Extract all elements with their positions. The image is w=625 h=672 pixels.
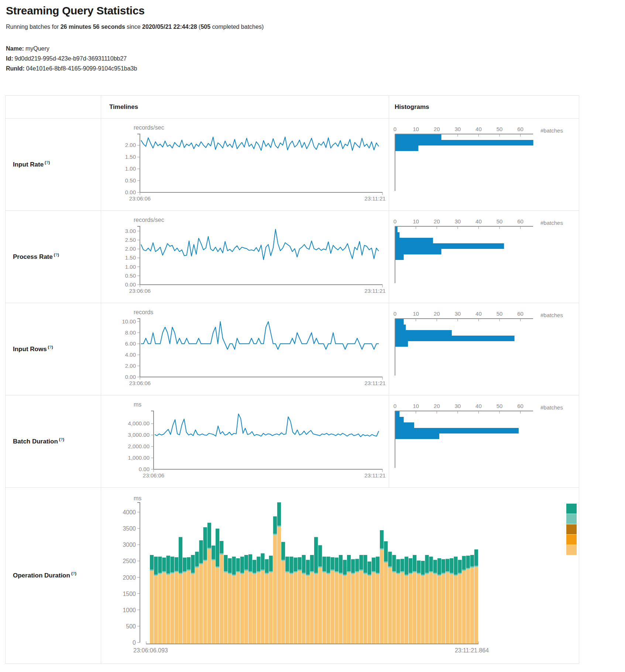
stacked-bar-middle [269, 571, 273, 572]
stacked-bar-top [364, 555, 367, 573]
stacked-bar-middle [179, 573, 182, 574]
input-rate-label: Input Rate [13, 161, 44, 168]
input-rows-timeline-chart: records0.002.004.006.008.0010.0023:06:06… [101, 303, 388, 395]
stacked-bar-middle [289, 573, 293, 574]
stacked-bar-top [261, 553, 264, 570]
stacked-bar-top [158, 557, 162, 573]
start-timestamp: 2020/05/21 22:44:28 [142, 24, 197, 30]
operation-duration-label: Operation Duration [13, 572, 70, 579]
query-runid-row: RunId:04e101e6-8bf8-4165-9099-9104c951ba… [6, 64, 137, 73]
stacked-bar-top [446, 559, 449, 572]
stacked-bar-bottom [273, 535, 277, 644]
stacked-bar-top [244, 555, 248, 570]
axis-label: records/sec [134, 217, 164, 223]
histogram-bar [395, 336, 515, 341]
stacked-bar-top [335, 558, 339, 571]
help-icon[interactable]: (?) [45, 160, 50, 165]
stacked-bar-middle [331, 570, 334, 571]
axis-label: 1500 [123, 591, 136, 597]
stacked-bar-bottom [462, 571, 466, 644]
query-id-row: Id:9d0dd219-995d-423e-b97d-36931110bb27 [6, 54, 137, 64]
timeline-line [141, 229, 379, 260]
stacked-bar-bottom [257, 572, 260, 644]
stacked-bar-middle [158, 573, 162, 574]
stacked-bar-middle [183, 571, 186, 572]
stacked-bar-top [285, 557, 289, 572]
stacked-bar-top [199, 540, 203, 563]
stacked-bar-top [203, 527, 207, 560]
stacked-bar-middle [425, 573, 429, 574]
stacked-bar-middle [446, 571, 449, 572]
help-icon[interactable]: (?) [48, 345, 53, 349]
stacked-bar-middle [396, 573, 400, 574]
histogram-bar [395, 140, 533, 145]
axis-label: 23:06:06.093 [133, 647, 168, 654]
page-title: Streaming Query Statistics [6, 4, 145, 17]
stacked-bar-bottom [466, 569, 470, 644]
help-icon[interactable]: (?) [59, 437, 64, 442]
stacked-bar-top [343, 560, 347, 575]
axis-label: 0.00 [125, 374, 136, 380]
stacked-bar-middle [409, 573, 412, 574]
stacked-bar-top [425, 555, 429, 573]
stacked-bar-bottom [166, 575, 170, 644]
histograms-column-header: Histograms [389, 96, 579, 119]
stacked-bar-bottom [195, 568, 199, 644]
stacked-bar-bottom [285, 572, 289, 644]
stacked-bar-bottom [236, 572, 240, 644]
stacked-bar-top [339, 555, 343, 573]
stacked-bar-middle [458, 573, 461, 574]
stacked-bar-middle [224, 571, 227, 572]
stacked-bar-bottom [458, 574, 461, 644]
axis-label: ms [134, 401, 141, 408]
axis-label: 40 [475, 403, 482, 409]
timeline-line [141, 322, 379, 349]
stacked-bar-top [171, 557, 174, 572]
header-empty-cell [6, 96, 101, 119]
histogram-bar [395, 341, 408, 347]
stacked-bar-bottom [175, 572, 178, 644]
stacked-bar-top [306, 560, 310, 575]
axis-label: 60 [517, 126, 523, 132]
query-id-label: Id: [6, 55, 13, 62]
stacked-bar-bottom [179, 574, 182, 644]
stacked-bar-bottom [191, 574, 195, 644]
stacked-bar-middle [335, 571, 339, 572]
row-label-batch-duration: Batch Duration(?) [6, 395, 101, 488]
stacked-bar-bottom [253, 574, 256, 644]
query-runid-value: 04e101e6-8bf8-4165-9099-9104c951ba3b [26, 65, 137, 72]
axis-label: 60 [517, 218, 523, 224]
stacked-bar-top [240, 557, 244, 573]
stacked-bar-middle [191, 573, 195, 574]
timeline-line [141, 137, 379, 150]
stacked-bar-bottom [355, 572, 359, 644]
axis-label: records [134, 309, 153, 315]
stacked-bar-middle [236, 571, 240, 572]
help-icon[interactable]: (?) [71, 571, 76, 576]
histogram-bar [395, 232, 399, 238]
stacked-bar-middle [306, 575, 310, 576]
stacked-bar-top [216, 529, 219, 566]
help-icon[interactable]: (?) [54, 253, 59, 257]
stacked-bar-top [462, 556, 466, 570]
stacked-bar-top [195, 552, 199, 566]
axis-label: 23:11:21.864 [455, 647, 489, 654]
batch-duration-histogram-chart: 0102030405060#batches [389, 395, 578, 487]
operation-duration-legend [566, 504, 577, 555]
axis-label: 2.50 [125, 237, 136, 243]
stacked-bar-bottom [351, 574, 355, 644]
axis-label: 1.50 [125, 154, 136, 160]
process-rate-histogram-chart: 0102030405060#batches [389, 211, 578, 302]
legend-swatch [566, 535, 577, 545]
stacked-bar-top [331, 557, 334, 570]
histogram-bar [395, 422, 414, 428]
histogram-bar [395, 411, 399, 417]
stacked-bar-middle [285, 571, 289, 572]
input-rate-timeline-cell: records/sec0.000.501.001.502.0023:06:062… [101, 119, 389, 211]
stacked-bar-top [474, 549, 478, 566]
row-label-input-rate: Input Rate(?) [6, 119, 101, 211]
stacked-bar-middle [261, 570, 264, 571]
axis-label: 30 [454, 218, 461, 224]
axis-label: 0 [394, 218, 396, 224]
stacked-bar-bottom [442, 574, 445, 644]
